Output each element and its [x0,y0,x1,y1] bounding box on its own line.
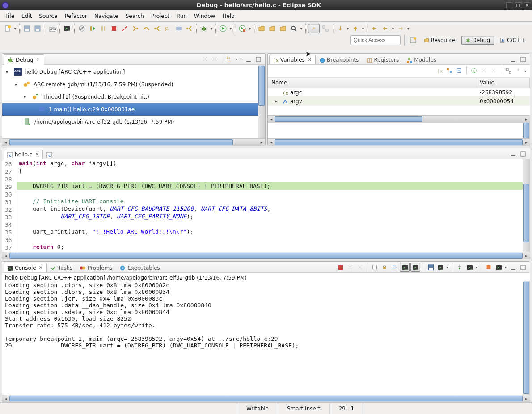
step-return-button[interactable] [152,24,162,33]
menu-help[interactable]: Help [219,12,238,21]
menu-edit[interactable]: Edit [18,12,35,21]
remove-button[interactable] [479,66,488,75]
prev-annotation-button[interactable] [350,24,360,33]
close-icon[interactable]: ✕ [308,57,312,63]
tab-hello-c[interactable]: hello.c✕ [4,150,43,159]
new-class-button[interactable] [278,24,288,33]
minimize-icon[interactable] [508,149,517,158]
tab-problems[interactable]: Problems [76,263,116,272]
column-name[interactable]: Name [268,78,476,88]
new-folder-button[interactable] [267,24,277,33]
vertical-scrollbar[interactable] [258,65,265,138]
horizontal-scrollbar[interactable]: ◂▸ [268,115,530,122]
remove-all-launch-button[interactable] [355,263,364,272]
new-button[interactable] [3,24,13,33]
tab-variables[interactable]: Variables✕ [269,55,316,64]
perspective-debug[interactable]: Debug [461,36,494,45]
tree-row[interactable]: ARC remote gdb/mi (1/13/16, 7:59 PM) (Su… [2,78,258,91]
run-dropdown[interactable] [229,24,232,33]
vertical-scrollbar[interactable] [523,159,530,252]
debug-tree[interactable]: hello Debug [ARC C/C++ application] ARC … [2,65,258,138]
minimize-icon[interactable] [508,54,517,63]
open-perspective-button[interactable] [408,35,418,45]
variable-row[interactable]: argc -268398592 [268,88,530,97]
tree-row[interactable]: Thread [1] (Suspended: Breakpoint hit.) [2,91,258,103]
back-button[interactable] [370,24,380,33]
display-selected-console-button[interactable] [436,263,445,272]
instruction-mode-button[interactable]: i→ [225,54,234,63]
tab-modules[interactable]: Modules [403,55,440,64]
quick-access-input[interactable] [350,35,401,45]
close-icon[interactable]: ✕ [36,57,40,63]
next-annotation-button[interactable] [335,24,345,33]
skip-breakpoints-button[interactable] [77,24,87,33]
perspective-cpp[interactable]: C/C++ [496,36,529,45]
menu-navigate[interactable]: Navigate [91,12,122,21]
open-new-view-button[interactable] [504,66,513,75]
step-into-button[interactable] [131,24,140,33]
minimize-icon[interactable] [508,263,517,272]
collapse-all-button[interactable] [455,66,464,75]
forward-dropdown[interactable] [406,24,410,33]
menu-run[interactable]: Run [173,12,190,21]
tab-debug[interactable]: Debug✕ [4,54,44,65]
debug-remove-button[interactable] [200,54,209,63]
open-type-button[interactable] [289,24,299,33]
clear-console-button[interactable] [370,263,379,272]
resume-button[interactable] [88,24,97,33]
verbose-dropdown[interactable] [504,262,507,272]
vertical-scrollbar[interactable] [523,123,530,138]
menu-window[interactable]: Window [190,12,219,21]
column-value[interactable]: Value [476,78,530,88]
window-maximize-button[interactable]: □ [515,2,521,8]
step-filters-button[interactable] [184,24,194,33]
maximize-icon[interactable] [253,54,262,63]
add-global-button[interactable]: + [469,66,478,75]
pin-console-button[interactable] [455,263,464,272]
menu-file[interactable]: File [2,12,18,21]
gdb-traces-button[interactable] [484,263,493,272]
vars-view-menu[interactable] [524,66,527,76]
debug-button[interactable] [199,24,209,33]
prev-annotation-dropdown[interactable] [361,24,365,33]
debug-remove-all-button[interactable] [210,54,219,63]
tree-row[interactable]: /home/apologo/bin/arc-elf32-gdb (1/13/16… [2,116,258,128]
terminate-button[interactable] [109,24,119,33]
menu-project[interactable]: Project [148,12,173,21]
pin-button[interactable] [514,66,523,75]
window-close-button[interactable]: × [524,2,530,8]
disconnect-button[interactable] [120,24,130,33]
variables-table[interactable]: argc -268398592 argv 0x00000054 [268,88,530,115]
save-all-button[interactable] [33,24,42,33]
variable-row[interactable]: argv 0x00000054 [268,97,530,106]
horizontal-scrollbar[interactable]: ◂▸ [2,395,530,402]
console-output[interactable]: Loading section .ctors, size 0x8 lma 0x8… [2,281,523,395]
close-icon[interactable]: ✕ [35,151,39,157]
toggle-block-button[interactable] [321,24,330,33]
run-button[interactable] [218,24,228,33]
maximize-icon[interactable] [518,263,527,272]
tree-row[interactable]: hello Debug [ARC C/C++ application] [2,66,258,78]
word-wrap-button[interactable] [390,263,399,272]
close-icon[interactable]: ✕ [39,265,43,271]
horizontal-scrollbar[interactable]: ◂▸ [268,138,530,146]
maximize-icon[interactable] [518,54,527,63]
back-history-button[interactable] [380,24,390,33]
toggle-mark-button[interactable] [308,24,320,33]
window-minimize-button[interactable]: _ [506,2,512,8]
remove-all-button[interactable] [489,66,498,75]
horizontal-scrollbar[interactable]: ◂▸ [2,138,265,146]
tab-breakpoints[interactable]: Breakpoints [316,55,363,64]
tab-console[interactable]: Console✕ [4,263,47,272]
drop-to-frame-button[interactable] [173,24,183,33]
terminate-console-button[interactable] [336,263,345,272]
suspend-button[interactable] [98,24,108,33]
next-annotation-dropdown[interactable] [346,24,350,33]
new-project-button[interactable] [257,24,266,33]
open-type-dropdown[interactable] [300,24,303,33]
back-history-dropdown[interactable] [391,24,395,33]
tab-executables[interactable]: Executables [116,263,164,272]
show-console-on-stderr-button[interactable] [410,263,420,272]
tab-registers[interactable]: Registers [363,55,403,64]
remove-launch-button[interactable] [346,263,355,272]
